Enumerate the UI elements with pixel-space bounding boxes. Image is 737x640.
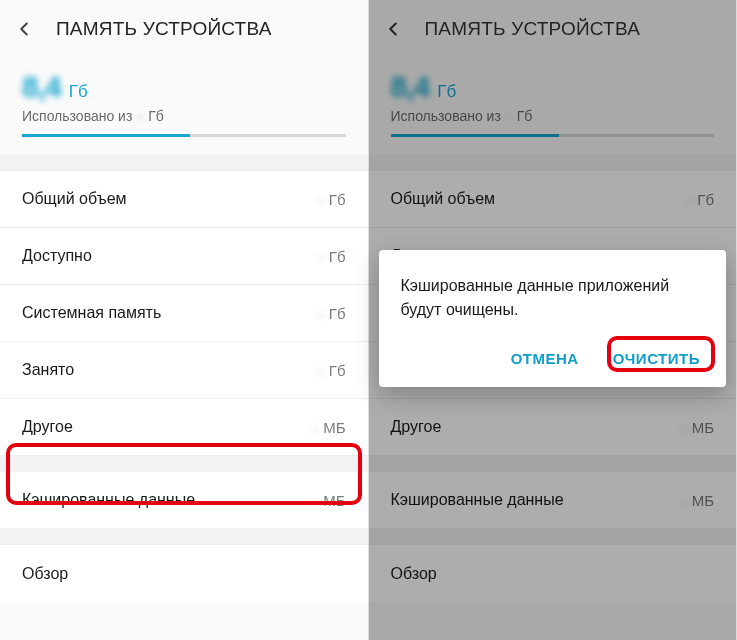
page-title: ПАМЯТЬ УСТРОЙСТВА (56, 18, 272, 40)
total-amount: ·· (136, 108, 144, 124)
row-cached-data[interactable]: Кэшированные данные ··МБ (0, 472, 368, 529)
screen-right: ПАМЯТЬ УСТРОЙСТВА 8,4 Гб Использовано из… (369, 0, 738, 640)
row-value: ··Гб (317, 191, 345, 208)
row-label: Кэшированные данные (22, 491, 195, 509)
row-other[interactable]: Другое ··МБ (0, 399, 368, 456)
section-divider (0, 456, 368, 472)
row-label: Общий объем (22, 190, 127, 208)
storage-summary: 8,4 Гб Использовано из ·· Гб (0, 58, 368, 124)
row-used[interactable]: Занято ··Гб (0, 342, 368, 399)
app-header: ПАМЯТЬ УСТРОЙСТВА (0, 0, 368, 58)
used-amount: 8,4 (22, 70, 61, 104)
row-explore[interactable]: Обзор (0, 545, 368, 602)
confirm-button[interactable]: ОЧИСТИТЬ (609, 344, 704, 373)
clear-cache-dialog: Кэшированные данные приложений будут очи… (379, 250, 727, 387)
row-label: Доступно (22, 247, 92, 265)
dialog-actions: ОТМЕНА ОЧИСТИТЬ (401, 344, 705, 373)
row-label: Системная память (22, 304, 161, 322)
row-value: ··Гб (317, 362, 345, 379)
row-total[interactable]: Общий объем ··Гб (0, 171, 368, 228)
storage-progress-fill (22, 134, 190, 137)
used-unit: Гб (69, 82, 88, 102)
row-value: ··Гб (317, 248, 345, 265)
section-divider (0, 155, 368, 171)
section-divider (0, 529, 368, 545)
total-unit: Гб (148, 108, 164, 124)
cancel-button[interactable]: ОТМЕНА (507, 344, 583, 373)
back-icon[interactable] (10, 15, 38, 43)
row-label: Обзор (22, 565, 68, 583)
summary-subtitle-prefix: Использовано из (22, 108, 132, 124)
row-value: ··МБ (312, 419, 346, 436)
row-system[interactable]: Системная память ··Гб (0, 285, 368, 342)
row-value: ··Гб (317, 305, 345, 322)
row-label: Занято (22, 361, 74, 379)
screen-left: ПАМЯТЬ УСТРОЙСТВА 8,4 Гб Использовано из… (0, 0, 369, 640)
storage-progress-bar (22, 134, 346, 137)
storage-list: Общий объем ··Гб Доступно ··Гб Системная… (0, 171, 368, 602)
row-value: ··МБ (312, 492, 346, 509)
row-available[interactable]: Доступно ··Гб (0, 228, 368, 285)
row-label: Другое (22, 418, 73, 436)
dialog-message: Кэшированные данные приложений будут очи… (401, 274, 705, 322)
